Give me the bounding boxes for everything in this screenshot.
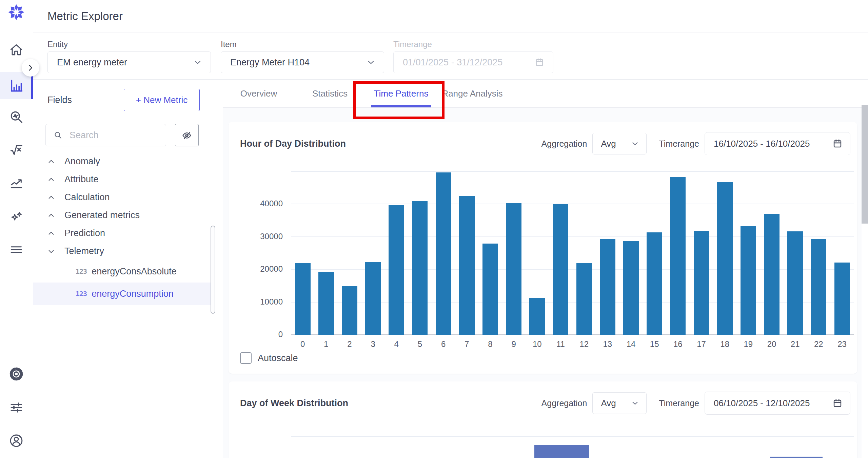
- x-tick-label: 4: [385, 339, 408, 349]
- tab-time-patterns[interactable]: Time Patterns: [366, 80, 437, 107]
- new-metric-button[interactable]: + New Metric: [124, 89, 200, 111]
- x-tick-label: 8: [478, 339, 502, 349]
- chevron-up-icon: [47, 176, 55, 183]
- calendar-icon: [534, 57, 545, 68]
- tree-group-attribute[interactable]: Attribute: [33, 170, 223, 188]
- tab-label: Time Patterns: [374, 88, 429, 99]
- tree-group-generated-metrics[interactable]: Generated metrics: [33, 206, 223, 224]
- tree-group-telemetry[interactable]: Telemetry: [33, 242, 223, 260]
- day-aggregation-select[interactable]: Avg: [592, 392, 647, 414]
- x-tick-label: 19: [736, 339, 760, 349]
- tree-group-prediction[interactable]: Prediction: [33, 224, 223, 242]
- tab-overview[interactable]: Overview: [223, 80, 294, 107]
- x-tick-label: 13: [596, 339, 619, 349]
- sidebar-item-anomaly-search[interactable]: [0, 102, 33, 132]
- sidebar-item-ai-tools[interactable]: [0, 202, 33, 232]
- sidebar-item-calculation[interactable]: [0, 135, 33, 165]
- sidebar-expand-button[interactable]: [22, 59, 39, 77]
- autoscale-checkbox[interactable]: Autoscale: [240, 352, 298, 364]
- entity-select[interactable]: EM energy meter: [47, 51, 211, 73]
- timerange-label: Timerange: [659, 139, 699, 149]
- tree-field-energyconsumption[interactable]: 123energyConsumption: [33, 283, 211, 305]
- chevron-down-icon: [193, 58, 202, 67]
- hide-fields-button[interactable]: [175, 124, 199, 146]
- bar-hour-15: [647, 232, 662, 335]
- tree-group-label: Prediction: [64, 228, 105, 238]
- sidebar-item-profile[interactable]: [0, 426, 33, 456]
- x-tick-label: 6: [432, 339, 455, 349]
- checkbox-icon[interactable]: [240, 352, 252, 364]
- gear-icon: [8, 366, 24, 382]
- bar-hour-23: [834, 263, 850, 335]
- chevron-up-icon: [47, 212, 55, 219]
- tree-group-anomaly[interactable]: Anomaly: [33, 152, 223, 170]
- tree-group-label: Calculation: [64, 192, 110, 203]
- item-select[interactable]: Energy Meter H104: [221, 51, 384, 73]
- entity-value: EM energy meter: [57, 57, 127, 68]
- fields-title: Fields: [47, 95, 72, 105]
- user-circle-icon: [8, 433, 24, 449]
- tab-statistics[interactable]: Statistics: [294, 80, 366, 107]
- tree-group-label: Generated metrics: [64, 210, 140, 221]
- y-tick-label: 30000: [242, 232, 283, 241]
- home-icon: [9, 42, 24, 57]
- sidebar-item-menu[interactable]: [0, 235, 33, 265]
- bar-hour-2: [342, 286, 357, 335]
- page-scrollbar[interactable]: [862, 102, 868, 458]
- sidebar-item-settings[interactable]: [0, 359, 33, 389]
- active-tab-underline: [371, 105, 431, 107]
- sidebar-item-preferences[interactable]: [0, 393, 33, 422]
- tree-field-label: energyConsAbsolute: [92, 266, 177, 277]
- x-tick-label: 20: [760, 339, 783, 349]
- x-tick-label: 14: [619, 339, 643, 349]
- bar-hour-22: [811, 239, 826, 335]
- bar-hour-14: [623, 241, 639, 335]
- fields-scrollbar-thumb[interactable]: [211, 226, 215, 314]
- bar-hour-4: [389, 205, 404, 335]
- x-tick-label: 15: [643, 339, 666, 349]
- chevron-down-icon: [631, 139, 639, 148]
- x-tick-label: 9: [502, 339, 526, 349]
- bar-hour-18: [717, 182, 733, 335]
- hour-distribution-chart: 010000200003000040000: [291, 170, 854, 335]
- sidebar-item-trends[interactable]: [0, 168, 33, 198]
- tree-group-label: Attribute: [64, 174, 99, 185]
- timerange-label: Timerange: [393, 40, 432, 49]
- chevron-down-icon: [631, 399, 639, 408]
- y-tick-label: 0: [242, 330, 283, 339]
- chevron-down-icon: [47, 248, 55, 255]
- autoscale-label: Autoscale: [258, 353, 298, 363]
- tab-range-analysis[interactable]: Range Analysis: [437, 80, 508, 107]
- tree-field-label: energyConsumption: [92, 289, 174, 299]
- x-tick-label: 22: [807, 339, 830, 349]
- entity-label: Entity: [47, 40, 68, 49]
- page-scrollbar-thumb[interactable]: [862, 105, 868, 224]
- numeric-field-icon: 123: [76, 290, 87, 298]
- bar-hour-13: [600, 239, 615, 335]
- y-tick-label: 20000: [242, 264, 283, 274]
- x-tick-label: 11: [549, 339, 572, 349]
- day-distribution-chart: [291, 436, 854, 458]
- search-input[interactable]: [69, 130, 152, 141]
- trend-up-icon: [9, 176, 24, 191]
- tree-field-energyconsabsolute[interactable]: 123energyConsAbsolute: [33, 260, 211, 283]
- calendar-icon: [832, 138, 843, 149]
- sidebar-divider: [0, 425, 33, 425]
- field-search-input[interactable]: [45, 124, 166, 146]
- metric-explorer-app: Metric Explorer Entity EM energy meter I…: [0, 0, 868, 458]
- hour-aggregation-select[interactable]: Avg: [592, 133, 647, 154]
- day-timerange-input[interactable]: 06/10/2025 - 12/10/2025: [705, 392, 850, 415]
- timerange-value: 01/01/2025 - 31/12/2025: [403, 57, 502, 68]
- x-tick-label: 1: [314, 339, 338, 349]
- bar-hour-10: [529, 298, 545, 335]
- bar-chart-icon: [9, 78, 24, 93]
- x-tick-label: 18: [713, 339, 736, 349]
- day-bar-1: [770, 457, 823, 458]
- tab-label: Range Analysis: [442, 88, 502, 99]
- aggregation-label: Aggregation: [541, 398, 587, 408]
- bar-hour-5: [412, 201, 428, 335]
- bar-hour-21: [787, 231, 803, 335]
- tree-group-calculation[interactable]: Calculation: [33, 188, 223, 206]
- bar-hour-7: [459, 196, 475, 335]
- hour-timerange-input[interactable]: 16/10/2025 - 16/10/2025: [705, 132, 850, 155]
